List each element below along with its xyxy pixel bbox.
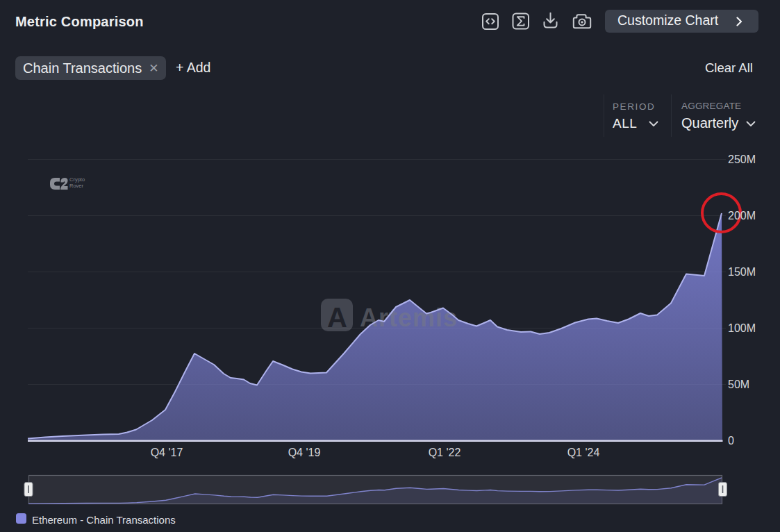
svg-text:Q4 '19: Q4 '19 bbox=[288, 447, 321, 458]
svg-text:Q1 '22: Q1 '22 bbox=[429, 447, 461, 458]
svg-text:Rover: Rover bbox=[69, 183, 84, 189]
svg-text:150M: 150M bbox=[728, 266, 756, 278]
svg-text:A: A bbox=[327, 302, 347, 333]
svg-text:0: 0 bbox=[728, 435, 734, 447]
svg-text:Ethereum - Chain Transactions: Ethereum - Chain Transactions bbox=[32, 514, 176, 526]
svg-text:100M: 100M bbox=[728, 322, 756, 334]
svg-text:50M: 50M bbox=[728, 379, 749, 390]
svg-text:Q1 '24: Q1 '24 bbox=[567, 447, 600, 458]
svg-text:200M: 200M bbox=[728, 210, 756, 222]
svg-text:250M: 250M bbox=[728, 153, 756, 165]
svg-text:Crypto: Crypto bbox=[69, 176, 85, 183]
svg-text:Q4 '17: Q4 '17 bbox=[151, 447, 183, 458]
